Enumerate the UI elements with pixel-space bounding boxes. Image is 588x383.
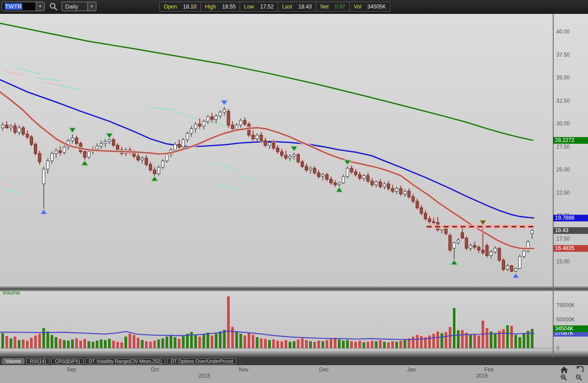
symbol-combobox[interactable]: TWTR ▼ [2,2,45,11]
quote-value: 18.55 [222,4,236,10]
period-combobox[interactable]: Daily ▼ [62,2,96,11]
zoom-out-icon[interactable] [576,374,583,381]
quote-value: 34505K [368,4,386,10]
quote-value: 0.97 [335,4,345,10]
top-toolbar: TWTR ▼ Daily ▼ Open18.10High18.55Low17.5… [0,0,588,14]
month-label-oct: Oct [151,366,159,373]
zoom-in-icon[interactable] [560,374,567,381]
year-label-2015: 2015 [199,373,211,379]
price-badge: 28.2272 [553,137,588,144]
symbol-text: TWTR [4,3,22,10]
tab-rsi-14[interactable]: RSI(14) [26,358,50,364]
quote-value: 17.52 [260,4,273,10]
tab-dt-volatility-range-civ-mean-252[interactable]: DT Volatility Range(CIV Mean,252) [85,358,165,364]
chart-canvas[interactable] [0,0,588,383]
price-badge: 18.43 [553,227,588,234]
price-axis-tick: 35.00 [556,75,570,81]
volume-badge: 34504K [553,325,588,332]
quote-label: High [205,4,216,10]
time-axis: SepOctNovDecJanFeb20152016 [0,365,588,383]
quote-value: 18.43 [298,4,312,10]
volume-axis-tick: 50000K [556,316,575,323]
quote-cell-high: High18.55 [200,2,240,11]
tab-volume[interactable]: Volume [2,358,25,364]
price-axis-tick: 27.50 [556,144,570,150]
tab-dt-options-over-underpriced[interactable]: DT Options Over/UnderPriced [167,358,236,364]
quote-label: Low [244,4,254,10]
quote-value: 18.10 [183,4,196,10]
volume-axis-tick: 75000K [556,302,575,308]
price-axis-tick: 37.50 [556,52,570,58]
quote-label: Open [164,4,177,10]
quote-cell-vol: Vol34505K [349,2,390,11]
quote-cell-open: Open18.10 [160,2,200,11]
quote-bar: Open18.10High18.55Low17.52Last18.43Net0.… [159,2,390,12]
price-badge: 19.7886 [553,215,588,221]
search-icon[interactable] [49,2,58,11]
quote-label: Last [282,4,292,10]
chevron-down-icon: ▼ [90,5,94,8]
quote-cell-last: Last18.43 [277,2,316,11]
tab-crs-spx[interactable]: CRS($SPX) [51,358,83,364]
price-badge: 16.4835 [553,245,588,252]
year-label-2016: 2016 [476,373,488,379]
volume-panel-title: Volume [2,290,20,296]
month-label-jan: Jan [407,366,415,373]
volume-axis-tick: 0 [556,345,559,351]
symbol-dropdown-button[interactable]: ▼ [36,2,44,11]
price-axis-tick: 30.00 [556,121,570,127]
price-axis-tick: 22.50 [556,190,570,196]
axis-divider-line [553,13,554,357]
month-label-nov: Nov [239,366,248,373]
month-label-sep: Sep [66,366,76,373]
indicator-tab-bar: VolumeRSI(14)CRS($SPX)DT Volatility Rang… [0,357,588,365]
undo-icon[interactable] [576,366,584,373]
chevron-down-icon: ▼ [38,5,42,8]
price-axis-tick: 25.00 [556,167,570,173]
quote-label: Net [320,4,329,10]
price-axis-tick: 17.50 [556,236,570,242]
quote-cell-low: Low17.52 [240,2,277,11]
home-icon[interactable] [560,366,568,373]
quote-label: Vol [354,4,361,10]
quote-cell-net: Net0.97 [316,2,349,11]
symbol-input[interactable]: TWTR [2,3,36,10]
period-value: Daily [62,3,87,10]
price-axis-tick: 32.50 [556,98,570,104]
month-label-feb: Feb [484,366,494,373]
period-dropdown-button[interactable]: ▼ [87,2,96,11]
trading-app-window: 40.0037.5035.0032.5030.0027.5025.0022.50… [0,0,588,383]
month-label-dec: Dec [319,366,328,373]
price-axis-tick: 40.00 [556,29,570,35]
price-axis-tick: 15.00 [556,258,570,265]
